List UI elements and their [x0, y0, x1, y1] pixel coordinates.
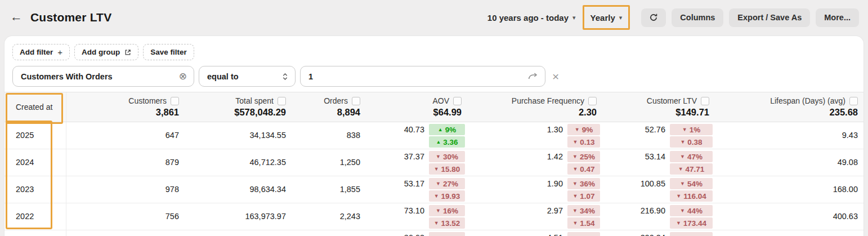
purchase-frequency-cell: 1.42 ▼25% ▼0.47	[467, 149, 602, 176]
back-arrow-icon[interactable]: ←	[10, 10, 23, 24]
column-checkbox[interactable]	[588, 97, 597, 105]
filter-field-value: Customers With Orders	[21, 72, 113, 81]
customer-ltv-cell: 52.76 ▼1% ▼0.38	[602, 122, 715, 149]
aov-cell: 37.37 ▼30% ▼15.80	[366, 149, 467, 176]
column-label: Created at	[16, 103, 52, 112]
redo-icon[interactable]	[527, 73, 538, 80]
chevron-down-icon: ▾	[572, 15, 576, 21]
columns-button[interactable]: Columns	[672, 8, 723, 27]
change-badges: ▼9% ▼0.13	[567, 122, 600, 148]
column-label: AOV	[432, 96, 449, 105]
customers-cell: 756	[66, 203, 185, 230]
add-filter-button[interactable]: Add filter +	[12, 44, 70, 60]
column-header-aov: AOV $64.99	[366, 92, 467, 122]
change-badges: ▼54% ▼116.04	[670, 176, 713, 202]
table-row[interactable]: 2025 647 34,134.55 838 40.73 ▲9% ▲3.36 1…	[5, 122, 863, 149]
add-group-label: Add group	[82, 48, 120, 56]
customer-ltv-cell: 390.34	[602, 230, 715, 236]
column-total: $578,048.29	[234, 107, 286, 118]
total-spent-cell: 46,712.35	[185, 149, 292, 176]
purchase-frequency-cell: 2.97 ▼34% ▼1.54	[467, 203, 602, 230]
add-group-button[interactable]: Add group	[74, 44, 138, 60]
save-filter-label: Save filter	[150, 48, 187, 56]
column-label-group[interactable]: Customer LTV	[647, 96, 709, 105]
trend-triangle-icon: ▼	[436, 181, 441, 186]
change-badges: ▲9% ▲3.36	[429, 122, 465, 148]
filter-field-select[interactable]: Customers With Orders ⊗	[12, 66, 194, 87]
more-button[interactable]: More...	[816, 8, 859, 27]
save-filter-button[interactable]: Save filter	[143, 44, 194, 60]
trend-triangle-icon: ▼	[436, 154, 441, 159]
aov-cell: 86.63	[366, 230, 467, 236]
aov-cell: 73.10 ▼16% ▼13.52	[366, 203, 467, 230]
column-label: Purchase Frequency	[512, 96, 584, 105]
remove-filter-icon[interactable]: ×	[552, 70, 559, 82]
granularity-dropdown[interactable]: Yearly ▾	[583, 5, 630, 30]
percent-change-badge: ▼44%	[670, 205, 713, 216]
trend-triangle-icon: ▼	[572, 167, 578, 172]
trend-triangle-icon: ▼	[575, 127, 580, 132]
filter-operator-select[interactable]: equal to	[199, 66, 296, 87]
column-label-group[interactable]: Total spent	[235, 96, 286, 105]
column-label-group[interactable]: Orders	[324, 96, 360, 105]
add-filter-label: Add filter	[20, 48, 53, 56]
trend-triangle-icon: ▼	[436, 208, 441, 213]
trend-triangle-icon: ▼	[678, 167, 683, 172]
orders-cell: 838	[292, 122, 366, 149]
metric-value: 1.30	[467, 122, 567, 135]
absolute-change-badge: ▼1.54	[567, 217, 600, 229]
column-label-group[interactable]: AOV	[432, 96, 462, 105]
table-row[interactable]: 2024 879 46,712.35 1,250 37.37 ▼30% ▼15.…	[5, 149, 863, 176]
absolute-change-badge: ▼47.71	[670, 163, 713, 175]
table-row[interactable]: 2023 978 98,634.34 1,855 53.17 ▼27% ▼19.…	[5, 176, 863, 203]
updown-chevrons-icon	[282, 72, 288, 81]
data-table: Created at Customers 3,861 Total spent $…	[5, 92, 863, 236]
refresh-button[interactable]	[641, 8, 666, 27]
change-badges: ▼30% ▼15.80	[429, 149, 465, 175]
created-at-cell: 2025	[5, 122, 66, 149]
column-checkbox[interactable]	[171, 97, 179, 105]
filter-value-input[interactable]: 1	[300, 66, 545, 87]
trend-triangle-icon: ▼	[434, 194, 439, 199]
column-checkbox[interactable]	[352, 97, 360, 105]
metric-value: 86.63	[366, 230, 429, 236]
column-checkbox[interactable]	[278, 97, 286, 105]
report-card: Add filter + Add group Save filter Custo…	[5, 36, 863, 236]
column-label-group[interactable]: Lifespan (Days) (avg)	[770, 96, 858, 105]
table-row[interactable]: 2022 756 163,973.97 2,243 73.10 ▼16% ▼13…	[5, 203, 863, 230]
change-badges	[670, 230, 713, 236]
change-badges	[429, 230, 465, 236]
metric-value: 37.37	[366, 149, 429, 162]
column-total: $64.99	[433, 107, 462, 118]
aov-cell: 40.73 ▲9% ▲3.36	[366, 122, 467, 149]
purchase-frequency-cell: 4.51	[467, 230, 602, 236]
column-total: 3,861	[156, 107, 179, 118]
column-label-group[interactable]: Customers	[128, 96, 179, 105]
trend-triangle-icon: ▼	[572, 194, 578, 199]
table-row[interactable]: 2021 601 234,593.98 2,708 86.63 4.51 390…	[5, 230, 863, 236]
trend-triangle-icon: ▼	[572, 221, 578, 226]
column-total: $149.71	[675, 107, 709, 118]
export-save-as-button[interactable]: Export / Save As	[729, 8, 810, 27]
column-checkbox[interactable]	[453, 97, 462, 105]
total-spent-cell: 34,134.55	[185, 122, 292, 149]
metric-value: 1.42	[467, 149, 567, 162]
date-range-label: 10 years ago - today	[487, 13, 569, 23]
absolute-change-badge: ▼116.04	[670, 190, 713, 202]
absolute-change-badge: ▼0.13	[567, 136, 600, 148]
percent-change-badge: ▼1%	[670, 124, 713, 135]
trend-triangle-icon: ▼	[572, 140, 578, 145]
metric-value: 40.73	[366, 122, 429, 135]
metric-value: 4.51	[467, 230, 567, 236]
column-label-group[interactable]: Purchase Frequency	[512, 96, 597, 105]
purchase-frequency-cell: 1.90 ▼36% ▼1.07	[467, 176, 602, 203]
table-body: 2025 647 34,134.55 838 40.73 ▲9% ▲3.36 1…	[5, 122, 863, 236]
change-badges: ▼47% ▼47.71	[670, 149, 713, 175]
column-checkbox[interactable]	[701, 97, 709, 105]
column-header-orders: Orders 8,894	[292, 92, 366, 122]
date-range-dropdown[interactable]: 10 years ago - today ▾	[487, 13, 576, 23]
filter-operator-value: equal to	[207, 72, 239, 81]
column-checkbox[interactable]	[849, 97, 858, 105]
clear-field-icon[interactable]: ⊗	[179, 72, 187, 81]
column-header-created-at[interactable]: Created at	[5, 92, 66, 122]
